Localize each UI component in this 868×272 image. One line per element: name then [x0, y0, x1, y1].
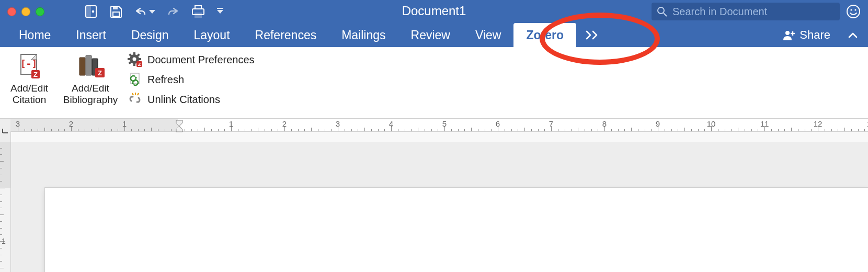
svg-rect-28 — [133, 63, 135, 66]
ruler-number: 8 — [602, 119, 607, 128]
minimize-window-button[interactable] — [21, 7, 30, 16]
ruler-number: 2 — [282, 119, 287, 128]
document-page[interactable] — [45, 188, 868, 272]
zoom-window-button[interactable] — [36, 7, 44, 16]
document-preferences-button[interactable]: Z Document Preferences — [128, 52, 255, 67]
ribbon-zotero: [-] Z Add/Edit Citation Z Add/Edit Bibli… — [0, 47, 868, 118]
print-icon[interactable] — [191, 5, 205, 18]
tab-references[interactable]: References — [243, 23, 329, 47]
ruler-number: 5 — [442, 119, 447, 128]
svg-line-40 — [132, 93, 133, 95]
chevron-up-icon — [848, 32, 858, 38]
unlink-icon — [128, 92, 142, 107]
search-icon — [657, 6, 667, 17]
svg-point-8 — [658, 7, 664, 14]
svg-line-42 — [138, 93, 139, 95]
svg-point-12 — [854, 9, 856, 10]
quick-access-toolbar — [84, 5, 223, 18]
svg-rect-20 — [79, 58, 85, 75]
unlink-citations-button[interactable]: Unlink Citations — [128, 92, 255, 107]
ruler-number: 2 — [69, 119, 73, 128]
tab-stop-selector[interactable] — [0, 119, 11, 142]
svg-point-11 — [850, 9, 852, 10]
vertical-ruler[interactable]: 12 — [0, 142, 11, 272]
add-edit-citation-label-2: Citation — [13, 94, 46, 105]
svg-text:Z: Z — [138, 62, 141, 67]
share-label: Share — [800, 28, 830, 42]
svg-point-26 — [133, 58, 136, 61]
document-title: Document1 — [402, 4, 466, 18]
refresh-label: Refresh — [147, 74, 184, 86]
svg-rect-29 — [128, 58, 131, 60]
ruler-number: 1 — [229, 119, 233, 128]
search-input[interactable] — [671, 5, 835, 18]
ribbon-tab-bar: Home Insert Design Layout References Mai… — [0, 23, 868, 47]
svg-rect-7 — [195, 13, 201, 17]
close-window-button[interactable] — [7, 7, 16, 16]
ruler-number: 12 — [814, 119, 823, 128]
feedback-smiley-icon[interactable] — [846, 4, 861, 19]
tab-overflow-button[interactable] — [576, 23, 610, 47]
ruler-number: 4 — [389, 119, 393, 128]
svg-rect-27 — [133, 52, 135, 55]
add-edit-bibliography-button[interactable]: Z Add/Edit Bibliography — [59, 50, 122, 106]
undo-icon[interactable] — [134, 6, 155, 17]
ruler-number: 9 — [656, 119, 660, 128]
horizontal-ruler[interactable]: 32112345678910111213 — [10, 119, 868, 132]
ruler-number: 11 — [760, 119, 769, 128]
refresh-icon — [128, 72, 142, 87]
ruler-number: 3 — [336, 119, 340, 128]
undo-dropdown-icon[interactable] — [149, 10, 155, 14]
title-bar: Document1 — [0, 0, 868, 23]
ruler-number: 3 — [16, 119, 20, 128]
svg-rect-1 — [86, 6, 91, 17]
gear-icon: Z — [128, 52, 142, 67]
share-button[interactable]: Share — [775, 23, 838, 47]
ruler-margin-shade — [10, 119, 178, 131]
add-edit-citation-button[interactable]: [-] Z Add/Edit Citation — [0, 50, 59, 106]
tab-design[interactable]: Design — [119, 23, 181, 47]
ruler-number: 10 — [707, 119, 716, 128]
svg-text:Z: Z — [33, 71, 38, 78]
svg-rect-4 — [113, 12, 119, 16]
share-person-icon — [783, 30, 795, 40]
save-icon[interactable] — [109, 5, 123, 18]
citation-icon: [-] Z — [16, 50, 43, 82]
search-in-document[interactable] — [652, 3, 840, 20]
svg-rect-3 — [113, 6, 118, 9]
svg-rect-6 — [195, 6, 201, 9]
add-edit-bibliography-label-2: Bibliography — [63, 94, 118, 105]
window-controls — [7, 7, 44, 16]
tab-zotero[interactable]: Zotero — [513, 23, 576, 47]
add-edit-citation-label-1: Add/Edit — [10, 83, 48, 94]
tab-review[interactable]: Review — [398, 23, 463, 47]
tab-mailings[interactable]: Mailings — [329, 23, 398, 47]
bibliography-icon: Z — [76, 50, 105, 82]
redo-icon[interactable] — [167, 6, 179, 17]
unlink-citations-label: Unlink Citations — [147, 94, 220, 106]
svg-point-13 — [785, 31, 790, 35]
customize-qat-icon[interactable] — [217, 10, 223, 14]
svg-line-9 — [664, 13, 667, 16]
svg-text:Z: Z — [98, 69, 102, 77]
refresh-button[interactable]: Refresh — [128, 72, 255, 87]
tab-view[interactable]: View — [463, 23, 513, 47]
add-edit-bibliography-label-1: Add/Edit — [72, 83, 109, 94]
ruler-number: 1 — [122, 119, 127, 128]
ruler-number: 6 — [496, 119, 500, 128]
collapse-ribbon-button[interactable] — [838, 23, 868, 47]
document-preferences-label: Document Preferences — [147, 54, 255, 66]
svg-text:[-]: [-] — [20, 58, 38, 69]
document-area: 12 — [0, 142, 868, 272]
svg-rect-21 — [86, 55, 92, 75]
tab-layout[interactable]: Layout — [181, 23, 243, 47]
ruler-area: 32112345678910111213 — [0, 118, 868, 142]
page-layout-icon[interactable] — [84, 5, 98, 18]
tab-home[interactable]: Home — [0, 23, 63, 47]
ruler-number: 7 — [549, 119, 553, 128]
svg-point-10 — [847, 5, 860, 18]
tab-insert[interactable]: Insert — [63, 23, 119, 47]
svg-point-2 — [92, 10, 95, 13]
svg-rect-30 — [138, 58, 141, 60]
